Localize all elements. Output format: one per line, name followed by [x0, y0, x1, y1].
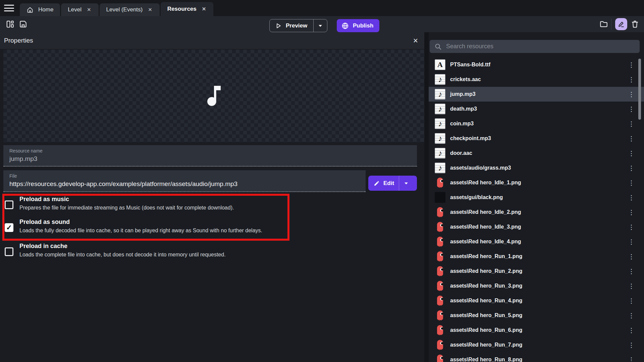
resource-menu-icon[interactable]: ⋮: [626, 282, 637, 291]
tab-strip: Home Level ✕ Level (Events) ✕ Resources …: [0, 0, 644, 16]
checkbox[interactable]: ✓: [5, 223, 13, 232]
image-thumbnail-icon: [435, 325, 445, 336]
edit-button[interactable]: Edit: [368, 176, 417, 191]
file-field[interactable]: File https://resources.gdevelop-app.com/…: [3, 170, 366, 192]
resource-row[interactable]: ♪ jump.mp3 ⋮: [429, 87, 644, 102]
audio-file-icon: ♪: [435, 148, 445, 159]
checkbox[interactable]: [5, 200, 13, 209]
resource-name: door.aac: [450, 150, 472, 156]
resource-name: assets\Red hero_Idle_4.png: [450, 239, 521, 245]
audio-file-icon: ♪: [435, 89, 445, 100]
toolbar-divider: [611, 18, 611, 30]
resource-row[interactable]: assets/gui/black.png ⋮: [429, 190, 644, 205]
preview-dropdown-button[interactable]: [313, 19, 327, 32]
checkbox[interactable]: [5, 247, 13, 256]
tab-close-icon[interactable]: ✕: [86, 6, 92, 13]
search-box[interactable]: [430, 40, 640, 53]
editor-tabs: Home Level ✕ Level (Events) ✕ Resources …: [20, 0, 213, 16]
pencil-icon: [374, 180, 380, 186]
resource-row[interactable]: assets\Red hero_Run_7.png ⋮: [429, 338, 644, 352]
resource-row[interactable]: ♪ checkpoint.mp3 ⋮: [429, 131, 644, 146]
resource-row[interactable]: ♪ door.aac ⋮: [429, 146, 644, 161]
file-label: File: [3, 170, 366, 179]
resource-name: assets\Red hero_Idle_2.png: [450, 209, 521, 215]
resource-row[interactable]: assets\Red hero_Run_8.png ⋮: [429, 352, 644, 362]
preview-label: Preview: [286, 22, 307, 29]
resource-menu-icon[interactable]: ⋮: [626, 267, 637, 276]
resource-menu-icon[interactable]: ⋮: [626, 223, 637, 232]
publish-label: Publish: [353, 22, 373, 29]
project-manager-layout-icon[interactable]: [6, 20, 14, 28]
resource-name-label: Resource name: [3, 145, 417, 154]
resource-row[interactable]: ♪ crickets.aac ⋮: [429, 72, 644, 87]
main-menu-icon[interactable]: [4, 4, 14, 12]
resource-row[interactable]: assets\Red hero_Run_1.png ⋮: [429, 249, 644, 264]
resource-menu-icon[interactable]: ⋮: [626, 252, 637, 261]
resource-row[interactable]: ♪ coin.mp3 ⋮: [429, 116, 644, 131]
folder-icon[interactable]: [599, 20, 608, 28]
resource-menu-icon[interactable]: ⋮: [626, 164, 637, 173]
resource-menu-icon[interactable]: ⋮: [626, 296, 637, 305]
tab-level[interactable]: Level ✕: [61, 3, 98, 16]
image-thumbnail-icon: [435, 251, 445, 262]
tab-close-icon[interactable]: ✕: [201, 5, 207, 13]
preview-button[interactable]: Preview: [269, 19, 327, 32]
resource-list: A PTSans-Bold.ttf ⋮ ♪ crickets.aac ⋮ ♪ j…: [429, 57, 644, 362]
resource-row[interactable]: assets\Red hero_Idle_2.png ⋮: [429, 205, 644, 220]
edit-label: Edit: [383, 180, 394, 187]
resource-row[interactable]: assets\Red hero_Idle_3.png ⋮: [429, 220, 644, 234]
resource-row[interactable]: assets\Red hero_Idle_4.png ⋮: [429, 234, 644, 249]
resource-menu-icon[interactable]: ⋮: [626, 341, 637, 350]
resource-menu-icon[interactable]: ⋮: [626, 119, 637, 128]
option-label: Preload as music: [19, 196, 69, 203]
image-thumbnail-icon: [435, 207, 445, 218]
resource-name: assets\Red hero_Idle_3.png: [450, 224, 521, 230]
tab-resources[interactable]: Resources ✕: [161, 2, 214, 16]
option-label: Preload as sound: [19, 219, 70, 226]
resource-row[interactable]: A PTSans-Bold.ttf ⋮: [429, 57, 644, 72]
trash-icon[interactable]: [631, 20, 639, 28]
resource-preview-area: [3, 50, 424, 142]
resource-row[interactable]: assets\Red hero_Run_4.png ⋮: [429, 293, 644, 308]
resource-row[interactable]: ♪ assets/audio/grass.mp3 ⋮: [429, 161, 644, 175]
tab-level-events[interactable]: Level (Events) ✕: [100, 3, 160, 16]
resource-row[interactable]: assets\Red hero_Run_3.png ⋮: [429, 279, 644, 293]
resource-name: PTSans-Bold.ttf: [450, 62, 490, 68]
preload-option: ✓ Preload as sound Loads the fully decod…: [0, 218, 302, 239]
tab-close-icon[interactable]: ✕: [147, 6, 153, 13]
preload-option: Preload as music Prepares the file for i…: [0, 195, 302, 217]
close-icon[interactable]: ✕: [413, 37, 418, 45]
search-input[interactable]: [446, 43, 640, 50]
resource-name: assets\Red hero_Run_1.png: [450, 253, 522, 259]
resource-menu-icon[interactable]: ⋮: [626, 149, 637, 158]
resource-menu-icon[interactable]: ⋮: [626, 355, 637, 362]
resource-name-field[interactable]: Resource name jump.mp3: [3, 145, 417, 167]
scrollbar-thumb[interactable]: [638, 59, 641, 120]
resource-menu-icon[interactable]: ⋮: [626, 60, 637, 69]
resource-menu-icon[interactable]: ⋮: [626, 178, 637, 187]
resource-menu-icon[interactable]: ⋮: [626, 75, 637, 84]
resource-row[interactable]: assets\Red hero_Run_2.png ⋮: [429, 264, 644, 279]
resource-row[interactable]: ♪ death.mp3 ⋮: [429, 102, 644, 116]
option-label: Preload in cache: [19, 243, 67, 250]
resource-menu-icon[interactable]: ⋮: [626, 134, 637, 143]
tab-home[interactable]: Home: [20, 3, 60, 16]
resource-menu-icon[interactable]: ⋮: [626, 208, 637, 217]
resource-menu-icon[interactable]: ⋮: [626, 311, 637, 320]
resource-row[interactable]: assets\Red hero_Run_5.png ⋮: [429, 308, 644, 323]
resource-row[interactable]: assets\Red hero_Idle_1.png ⋮: [429, 175, 644, 190]
resource-menu-icon[interactable]: ⋮: [626, 237, 637, 246]
save-icon[interactable]: [19, 20, 28, 28]
properties-panel: Properties ✕ Resource name jump.mp3 File…: [0, 32, 424, 362]
resource-menu-icon[interactable]: ⋮: [626, 326, 637, 335]
edit-mode-icon[interactable]: [615, 18, 627, 30]
resource-name: checkpoint.mp3: [450, 135, 491, 141]
edit-dropdown-button[interactable]: [399, 176, 413, 191]
resource-menu-icon[interactable]: ⋮: [626, 193, 637, 202]
font-file-icon: A: [435, 59, 445, 70]
resource-row[interactable]: assets\Red hero_Run_6.png ⋮: [429, 323, 644, 338]
resource-menu-icon[interactable]: ⋮: [626, 105, 637, 114]
publish-button[interactable]: Publish: [337, 19, 379, 32]
resource-name: coin.mp3: [450, 121, 474, 127]
resource-menu-icon[interactable]: ⋮: [626, 90, 637, 99]
